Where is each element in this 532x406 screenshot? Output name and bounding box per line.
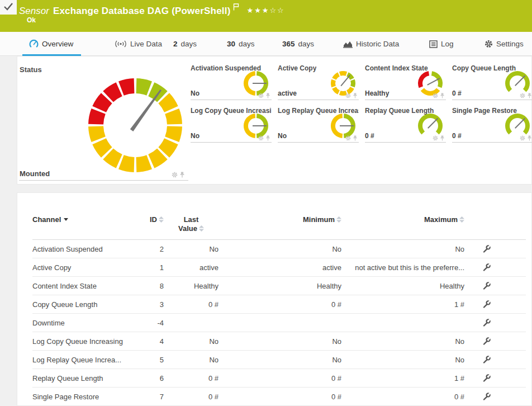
gauge-tile: Copy Queue Length 0 # (452, 63, 532, 100)
gauge-icon (29, 39, 39, 49)
channel-minimum: No (218, 245, 341, 253)
channel-name: Content Index State (32, 282, 136, 290)
tab-label: Historic Data (356, 40, 399, 48)
gauge-tile-value: 0 # (452, 132, 462, 140)
gear-icon[interactable] (172, 172, 178, 178)
table-row[interactable]: Single Page Restore 7 0 # 0 # 0 # (32, 388, 526, 406)
table-row[interactable]: Replay Queue Length 6 0 # 0 # 1 # (32, 369, 526, 388)
pin-icon[interactable] (265, 135, 270, 141)
channel-last-value: No (164, 337, 218, 346)
channel-id: 8 (136, 282, 164, 290)
pin-icon[interactable] (179, 172, 185, 178)
wrench-icon[interactable] (482, 281, 491, 290)
sort-icon (336, 216, 341, 225)
gear-icon[interactable] (258, 93, 264, 98)
pin-icon[interactable] (440, 93, 445, 98)
channel-name: Log Replay Queue Increa... (32, 356, 136, 364)
wrench-icon[interactable] (482, 300, 491, 309)
sort-icon (199, 225, 204, 234)
tab-30-days[interactable]: 30 days (227, 32, 255, 56)
pin-icon[interactable] (527, 135, 532, 141)
gauge-tile: Single Page Restore 0 # (452, 106, 532, 143)
channel-id: -4 (136, 319, 164, 327)
wrench-icon[interactable] (482, 244, 491, 253)
tab-label: Log (441, 40, 454, 48)
antenna-icon (115, 40, 127, 48)
tab-label: Settings (496, 40, 524, 48)
table-row[interactable]: Activation Suspended 2 No No No (32, 240, 526, 258)
channel-last-value: 0 # (164, 374, 218, 383)
gauge-tile-value: No (191, 132, 200, 140)
column-header-channel[interactable]: Channel (32, 215, 136, 224)
gauge-tile-value: 0 # (452, 89, 462, 97)
gear-icon[interactable] (345, 93, 351, 98)
sensor-header: SensorExchange Database DAG (PowerShell)… (0, 0, 532, 32)
channel-id: 3 (136, 300, 164, 309)
priority-stars[interactable]: ★★★☆☆ (247, 6, 285, 15)
gear-icon[interactable] (520, 93, 525, 98)
gear-icon[interactable] (433, 135, 438, 141)
pin-icon[interactable] (527, 93, 532, 98)
wrench-icon[interactable] (482, 263, 491, 272)
table-row[interactable]: Content Index State 8 Healthy Healthy He… (32, 277, 526, 295)
pin-icon[interactable] (265, 93, 270, 98)
gauge-tile-value: No (191, 89, 200, 97)
wrench-icon[interactable] (482, 392, 491, 401)
tab-settings[interactable]: Settings (484, 32, 524, 56)
channel-last-value: No (164, 245, 218, 253)
pin-icon[interactable] (353, 135, 358, 141)
column-header-minimum[interactable]: Minimum (218, 215, 341, 225)
channels-panel: Channel ID Last Value Minimum Maximum Ac… (17, 192, 532, 406)
table-row[interactable]: Active Copy 1 active active not active b… (32, 258, 526, 277)
tab-label: days (239, 40, 255, 48)
favorite-flag-icon[interactable] (233, 3, 239, 13)
gear-icon[interactable] (433, 93, 438, 98)
chart-icon (343, 40, 353, 48)
gauge-tile: Activation Suspended No (191, 63, 272, 100)
channel-minimum: No (218, 337, 341, 346)
sensor-kind-label: Sensor (19, 6, 49, 16)
wrench-icon[interactable] (482, 355, 491, 364)
tab-overview[interactable]: Overview (29, 32, 73, 56)
channel-name: Active Copy (32, 263, 136, 272)
log-icon (429, 40, 438, 48)
table-row[interactable]: Copy Queue Length 3 0 # 0 # 1 # (32, 295, 526, 314)
gear-icon[interactable] (345, 135, 351, 141)
gauge-tile: Content Index State Healthy (365, 63, 446, 100)
table-row[interactable]: Downtime -4 (32, 314, 526, 332)
tab-log[interactable]: Log (429, 32, 454, 56)
tab-historic-data[interactable]: Historic Data (343, 32, 399, 56)
channel-name: Copy Queue Length (32, 300, 136, 309)
channel-minimum: 0 # (218, 393, 341, 401)
channel-minimum: 0 # (218, 374, 341, 383)
check-icon (3, 2, 13, 11)
channel-name: Replay Queue Length (32, 374, 136, 383)
column-header-last-value[interactable]: Last Value (164, 215, 218, 234)
gauge-tile: Active Copy active (278, 63, 359, 100)
wrench-icon[interactable] (482, 318, 491, 327)
gear-icon[interactable] (258, 135, 264, 141)
gear-icon[interactable] (520, 135, 525, 141)
channel-id: 2 (136, 245, 164, 253)
column-header-maximum[interactable]: Maximum (341, 215, 464, 225)
gauge-tile-value: 0 # (365, 132, 374, 140)
divider (19, 180, 188, 181)
channel-last-value: Healthy (164, 282, 218, 290)
tab-365-days[interactable]: 365 days (282, 32, 314, 56)
tab-live-data[interactable]: Live Data (115, 32, 162, 56)
table-row[interactable]: Log Replay Queue Increa... 5 No No No (32, 351, 526, 369)
channel-minimum: Healthy (218, 282, 341, 290)
wrench-icon[interactable] (482, 374, 491, 383)
pin-icon[interactable] (440, 135, 445, 141)
channel-id: 6 (136, 374, 164, 383)
pin-icon[interactable] (353, 93, 358, 98)
channel-name: Single Page Restore (32, 393, 136, 401)
gauges-panel: Status Mounted Activation Suspended No (17, 56, 532, 185)
table-row[interactable]: Log Copy Queue Increasing 4 No No No (32, 332, 526, 351)
column-header-id[interactable]: ID (136, 215, 164, 225)
channel-id: 5 (136, 356, 164, 364)
tab-2-days[interactable]: 2 days (173, 32, 197, 56)
wrench-icon[interactable] (482, 337, 491, 346)
status-gauge-title: Status (20, 65, 42, 74)
tab-label: Live Data (130, 40, 162, 48)
